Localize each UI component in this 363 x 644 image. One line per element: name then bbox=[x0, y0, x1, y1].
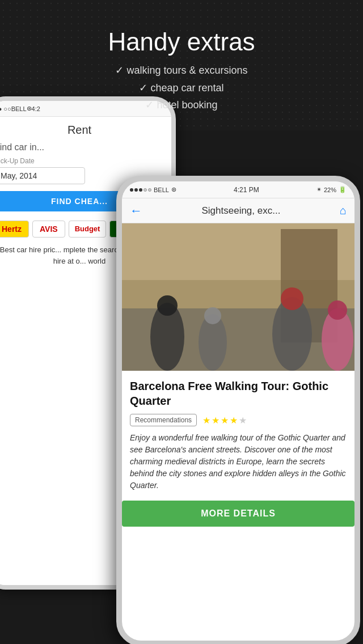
dot-4 bbox=[143, 188, 147, 192]
status-left: BELL ⊛ bbox=[130, 186, 176, 193]
feature-item-3: ✓ hotel booking bbox=[115, 96, 247, 114]
feature-list: ✓ walking tours & excursions ✓ cheap car… bbox=[115, 62, 247, 114]
tour-description: Enjoy a wonderful free walking tour of t… bbox=[130, 432, 347, 492]
battery-level: 22% bbox=[324, 187, 336, 193]
navbar-title: Sightseeing, exc... bbox=[148, 205, 334, 217]
feature-item-2: ✓ cheap car rental bbox=[115, 79, 247, 97]
tour-photo bbox=[122, 223, 354, 371]
hertz-logo: Hertz bbox=[0, 221, 29, 238]
dot-5 bbox=[148, 188, 151, 192]
star-1: ★ bbox=[202, 415, 210, 426]
avis-logo: AVIS bbox=[32, 221, 65, 238]
more-details-button[interactable]: MORE DETAILS bbox=[122, 501, 354, 527]
front-phone: BELL ⊛ 4:21 PM ✴ 22% 🔋 ← Sightseeing, ex… bbox=[116, 176, 360, 644]
back-button[interactable]: ← bbox=[130, 204, 142, 218]
dot-2 bbox=[134, 188, 138, 192]
star-3: ★ bbox=[221, 415, 229, 426]
tour-tags: Recommendations ★ ★ ★ ★ ★ bbox=[130, 414, 347, 426]
bluetooth-icon: ✴ bbox=[316, 186, 322, 193]
star-rating: ★ ★ ★ ★ ★ bbox=[202, 415, 247, 426]
star-4: ★ bbox=[230, 415, 238, 426]
pickup-label: Pick-Up Date bbox=[0, 157, 164, 165]
front-phone-inner: BELL ⊛ 4:21 PM ✴ 22% 🔋 ← Sightseeing, ex… bbox=[122, 181, 354, 641]
front-navbar: ← Sightseeing, exc... ⌂ bbox=[122, 198, 354, 223]
star-2: ★ bbox=[212, 415, 220, 426]
front-carrier: BELL bbox=[154, 187, 169, 193]
status-right: ✴ 22% 🔋 bbox=[316, 186, 347, 193]
tour-image bbox=[122, 223, 354, 371]
pickup-date[interactable]: May, 2014 bbox=[0, 167, 85, 184]
front-time: 4:21 PM bbox=[234, 186, 259, 194]
budget-logo: Budget bbox=[69, 221, 107, 238]
dot-3 bbox=[139, 188, 142, 192]
feature-item-1: ✓ walking tours & excursions bbox=[115, 62, 247, 79]
find-car-label: Find car in... bbox=[0, 142, 164, 152]
star-5-empty: ★ bbox=[239, 415, 247, 426]
wifi-icon: ⊛ bbox=[171, 186, 176, 193]
tour-content: Barcelona Free Walking Tour: Gothic Quar… bbox=[122, 371, 354, 527]
battery-icon: 🔋 bbox=[339, 186, 347, 193]
header-section: Handy extras ✓ walking tours & excursion… bbox=[0, 0, 363, 130]
recommendation-tag: Recommendations bbox=[130, 414, 197, 426]
tour-title: Barcelona Free Walking Tour: Gothic Quar… bbox=[130, 379, 347, 408]
signal-dots bbox=[130, 188, 151, 192]
front-statusbar: BELL ⊛ 4:21 PM ✴ 22% 🔋 bbox=[122, 181, 354, 198]
page-title: Handy extras bbox=[108, 28, 255, 56]
home-button[interactable]: ⌂ bbox=[340, 204, 347, 217]
dot-1 bbox=[130, 188, 133, 192]
